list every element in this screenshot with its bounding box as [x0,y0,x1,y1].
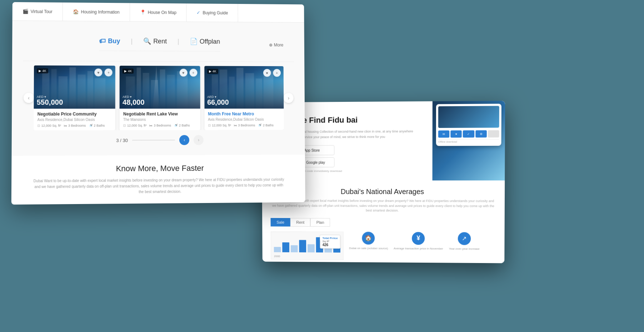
card-title-2: Negotiable Rent Lake View [123,112,196,117]
tab-divider-1: | [131,38,133,45]
prev-arrow-button[interactable]: ‹ [24,93,34,103]
card-area-1: ⊡ 12,000 Sq. ft² [38,124,61,128]
bed-icon-2: 🛏 [149,124,153,127]
stat-item-3: ↗ Year-over-year increase [449,232,480,261]
svg-rect-17 [236,68,243,109]
card-actions-1: ♥ + [95,69,113,76]
page-current-number: 3 [116,138,119,143]
next-arrow-button[interactable]: › [284,93,294,103]
phone-icon-set: ⚙ [475,130,487,137]
property-card-2[interactable]: ▶4K ♥ + AED ▾ 48,000 Negotiable Rent Lak… [120,66,200,130]
svg-rect-4 [78,75,86,109]
svg-rect-6 [95,78,105,109]
pagination-prev-button[interactable]: ‹ [179,135,189,145]
bed-icon-1: 🛏 [64,124,67,127]
housing-info-icon: 🏠 [73,9,79,14]
price-aed-1: AED ▾ [37,95,63,99]
add-button-1[interactable]: + [105,69,113,76]
property-card-1[interactable]: ▶4K ♥ + AED ▾ 550,000 Negotiable Price C… [34,65,115,130]
nationals-tab-plan[interactable]: Plan [310,218,330,227]
tooltip-value: 426 [323,243,338,247]
know-more-title: Know More, Move Faster [34,163,284,174]
price-aed-2: AED ▾ [123,95,144,99]
card-actions-3: ♥ + [263,69,281,77]
add-button-3[interactable]: + [273,69,281,77]
nationals-tab-rent[interactable]: Rent [290,218,310,227]
bath-icon-3: 🚿 [258,124,262,127]
virtual-tour-icon: 🎬 [23,9,28,14]
page-separator: / [120,138,123,143]
phone-preview-bg: ✉ ♥ ✓ ⚙ Offline download [432,101,505,180]
nationals-tab-sale[interactable]: Sale [271,218,290,226]
property-tabs-wrapper: 🏷 Buy | 🔍 Rent | 📄 Offplan ⊕ More [23,28,294,62]
tab-buy[interactable]: 🏷 Buy [99,37,120,45]
nationals-content: 2000 Total Prrice Sq ft² 426 🏠 Dubai on … [271,231,496,261]
navigation-bar: 🎬 Virtual Tour 🏠 Housing Information 📍 H… [13,2,304,23]
pagination-bar: 3 / 30 ‹ › [23,130,294,148]
content-area: 🏷 Buy | 🔍 Rent | 📄 Offplan ⊕ More [12,21,305,156]
favorite-button-2[interactable]: ♥ [179,69,187,76]
browser-window-front: 🎬 Virtual Tour 🏠 Housing Information 📍 H… [11,2,305,205]
card-baths-1: 🚿 2 Baths [89,124,105,127]
nav-label-virtual-tour: Virtual Tour [31,9,53,14]
know-more-description: Dubai Want to be up-to-date with expert … [33,177,284,195]
card-baths-3: 🚿 2 Baths [258,124,274,127]
tooltip-unit: Sq ft² [323,239,338,243]
property-card-3[interactable]: ▶4K ♥ + AED ▾ 66,000 Month Free Near Met… [204,66,284,130]
bath-icon-1: 🚿 [89,124,93,127]
phone-preview-card: ✉ ♥ ✓ ⚙ Offline download [436,104,501,146]
card-area-3: ⊡ 12,000 Sq. ft² [208,124,231,127]
price-amount-2: 48,000 [123,99,144,106]
card-title-1: Negotiable Price Community [38,112,112,117]
stat-label-2: Average transaction price in November [394,247,443,251]
more-link[interactable]: ⊕ More [269,42,284,47]
phone-offline-label: Offline download [438,139,499,143]
bedrooms-value-1: 3 Bedrooms [68,124,86,127]
scan-label: Scan code immediately download [300,169,342,173]
stat-label-3: Year-over-year increase [449,247,480,251]
favorite-button-3[interactable]: ♥ [263,69,271,77]
card-info-2: Negotiable Rent Lake View The Mansions ⊡… [120,109,200,130]
pagination-next-button[interactable]: › [194,135,204,145]
baths-value-3: 2 Baths [263,124,274,127]
tab-rent[interactable]: 🔍 Rent [143,37,167,45]
svg-rect-12 [167,75,175,109]
tag-icon: 🏷 [99,37,106,45]
file-icon: 📄 [190,38,198,45]
nav-item-virtual-tour[interactable]: 🎬 Virtual Tour [13,2,63,21]
nav-item-housing-info[interactable]: 🏠 Housing Information [63,3,130,21]
phone-preview-image [438,106,499,128]
tab-rent-label: Rent [153,38,167,45]
stat-icon-home: 🏠 [362,232,375,244]
map-icon: 📍 [140,10,146,15]
google-play-label: Google play [306,160,325,164]
card-features-2: ⊡ 12,000 Sq. ft² 🛏 3 Bedrooms 🚿 2 Baths [123,124,196,127]
tab-divider-2: | [178,38,179,45]
card-info-1: Negotiable Price Community Axis Residenc… [34,109,115,130]
bedrooms-value-3: 3 Bedrooms [238,124,255,127]
nav-label-buying-guide: Buying Guide [203,10,228,15]
search-icon: 🔍 [143,37,151,45]
add-button-2[interactable]: + [189,69,197,76]
chart-label: 2000 [274,254,280,258]
card-area-2: ⊡ 12,000 Sq. ft² [123,124,146,127]
svg-rect-10 [151,80,158,109]
card-image-1: ▶4K ♥ + AED ▾ 550,000 [34,65,116,109]
stat-icon-price: ¥ [412,232,425,245]
stat-icon-increase: ↗ [458,232,470,245]
card-price-3: AED ▾ 66,000 [207,95,229,106]
property-cards-row: ▶4K ♥ + AED ▾ 550,000 Negotiable Price C… [34,65,284,130]
page-total-number: 30 [123,138,128,143]
card-price-2: AED ▾ 48,000 [123,95,144,106]
card-bedrooms-3: 🛏 3 Bedrooms [234,124,255,127]
tab-offplan[interactable]: 📄 Offplan [190,38,220,45]
nav-item-buying-guide[interactable]: ✓ Buying Guide [187,4,238,22]
video-badge-1: ▶4K [37,68,48,73]
nav-label-house-on-map: House On Map [148,10,176,15]
nav-item-house-on-map[interactable]: 📍 House On Map [130,3,187,21]
card-bedrooms-1: 🛏 3 Bedrooms [64,124,86,127]
bar-1 [274,247,281,252]
phone-image-area: ✉ ♥ ✓ ⚙ Offline download [432,101,505,180]
favorite-button-1[interactable]: ♥ [95,69,103,76]
svg-rect-18 [245,73,254,109]
